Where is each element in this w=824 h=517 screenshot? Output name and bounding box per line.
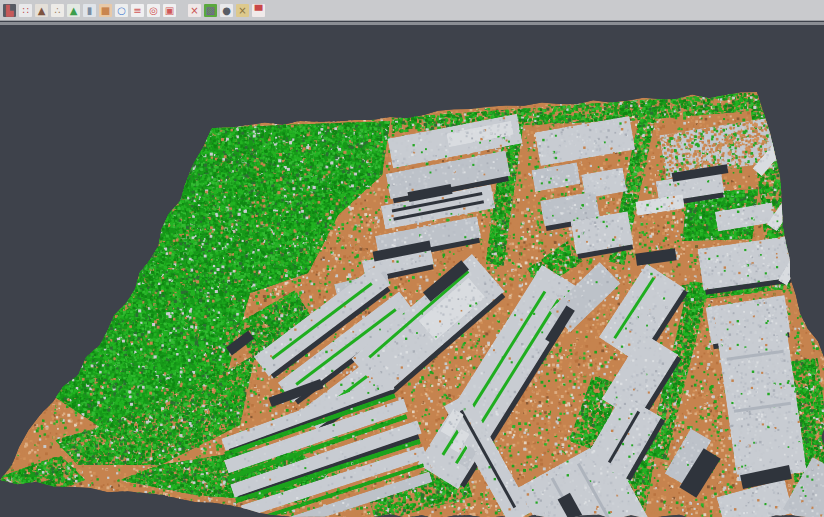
measure-tool-icon[interactable]: × — [235, 2, 250, 18]
classification-map-icon-glyph: ▨ — [204, 4, 217, 17]
scatter-points-icon[interactable]: ∷ — [18, 2, 33, 18]
section-view-icon-glyph: ▮ — [83, 4, 96, 17]
circle-select-icon[interactable]: ◎ — [146, 2, 161, 18]
circle-select-icon-glyph: ◎ — [147, 4, 160, 17]
classification-map-icon[interactable]: ▨ — [203, 2, 218, 18]
ortho-image-icon[interactable]: ■ — [98, 2, 113, 18]
ortho-image-icon-glyph: ■ — [99, 4, 112, 17]
terrain-model-icon-glyph: ▲ — [67, 4, 80, 17]
measure-tool-icon-glyph: × — [236, 4, 249, 17]
flag-tool-icon[interactable]: ▀ — [251, 2, 266, 18]
render-sphere-icon[interactable]: ● — [219, 2, 234, 18]
profile-lines-icon[interactable]: ≡ — [130, 2, 145, 18]
rect-select-icon-glyph: ▣ — [163, 4, 176, 17]
rect-select-icon[interactable]: ▣ — [162, 2, 177, 18]
toolbar: ▙∷▲∴▲▮■○≡◎▣×▨●×▀ — [0, 0, 824, 21]
terrain-model-icon[interactable]: ▲ — [66, 2, 81, 18]
viewport-3d-point-cloud[interactable] — [0, 25, 824, 517]
render-sphere-icon-glyph: ● — [220, 4, 233, 17]
dem-surface-icon[interactable]: ▲ — [34, 2, 49, 18]
globe-view-icon-glyph: ○ — [115, 4, 128, 17]
sparse-points-icon[interactable]: ∴ — [50, 2, 65, 18]
profile-lines-icon-glyph: ≡ — [131, 4, 144, 17]
flag-tool-icon-glyph: ▀ — [252, 4, 265, 17]
point-cloud-file-icon-glyph: ▙ — [3, 4, 16, 17]
cross-select-icon[interactable]: × — [187, 2, 202, 18]
point-cloud-file-icon[interactable]: ▙ — [2, 2, 17, 18]
globe-view-icon[interactable]: ○ — [114, 2, 129, 18]
sparse-points-icon-glyph: ∴ — [51, 4, 64, 17]
cross-select-icon-glyph: × — [188, 4, 201, 17]
scatter-points-icon-glyph: ∷ — [19, 4, 32, 17]
section-view-icon[interactable]: ▮ — [82, 2, 97, 18]
dem-surface-icon-glyph: ▲ — [35, 4, 48, 17]
